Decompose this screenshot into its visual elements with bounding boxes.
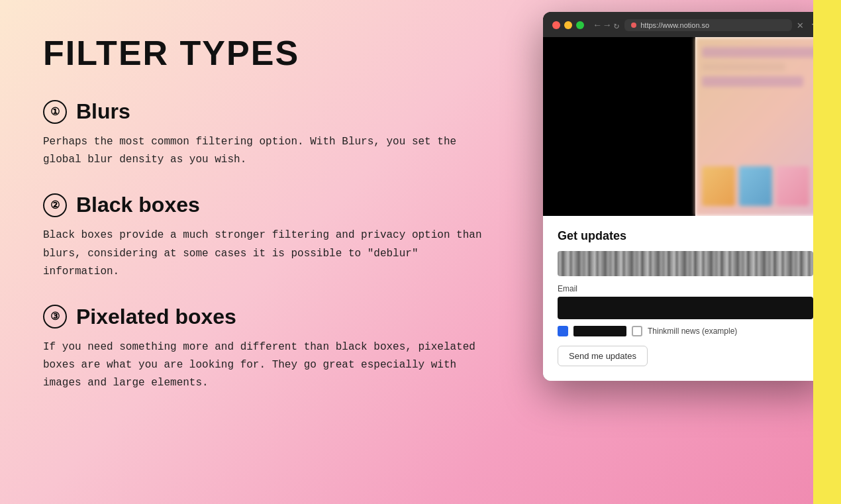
checkbox-row: Thinkmill news (example) [558,326,813,336]
browser-content: Get updates Email Thinkmill news (exampl… [543,37,828,381]
browser-top-area [543,37,828,216]
section-header-black-boxes: ② Black boxes [43,193,500,217]
address-bar[interactable]: https://www.notion.so [624,19,791,31]
section-body-pixelated: If you need something more and different… [43,338,500,393]
section-header-pixelated: ③ Pixelated boxes [43,305,500,329]
color-card-2 [739,166,772,206]
section-header-blurs: ① Blurs [43,99,500,124]
color-card-1 [702,166,735,206]
browser-chrome: ← → ↻ https://www.notion.so ✕ + [543,12,828,37]
browser-form-area: Get updates Email Thinkmill news (exampl… [543,216,828,381]
browser-window: ← → ↻ https://www.notion.so ✕ + [543,12,828,381]
colored-cards [702,166,821,206]
address-security-icon [631,23,636,28]
left-panel: FILTER TYPES ① Blurs Perhaps the most co… [0,0,543,504]
traffic-lights [552,21,584,29]
checkbox-2-unchecked[interactable] [632,326,642,336]
thinkmill-news-label: Thinkmill news (example) [648,327,737,336]
form-title: Get updates [558,229,813,243]
traffic-light-yellow[interactable] [564,21,572,29]
right-side-blurred-content [695,37,828,216]
email-input[interactable] [558,297,813,319]
traffic-light-red[interactable] [552,21,560,29]
blur-stripe-2 [702,63,785,71]
section-blurs: ① Blurs Perhaps the most common filterin… [43,99,500,169]
yellow-accent-strip [813,0,841,504]
section-body-blurs: Perhaps the most common filtering option… [43,133,500,169]
traffic-light-green[interactable] [576,21,584,29]
checkbox-1-label-hidden [573,326,626,336]
browser-nav: ← → ↻ [595,20,619,31]
circle-number-2: ② [43,193,67,217]
nav-refresh-button[interactable]: ↻ [614,20,619,31]
section-title-pixelated: Pixelated boxes [76,305,236,329]
page-title: FILTER TYPES [43,33,500,73]
pixelated-name-field [558,251,813,276]
section-body-black-boxes: Black boxes provide a much stronger filt… [43,227,500,281]
address-text: https://www.notion.so [640,21,709,29]
section-pixelated-boxes: ③ Pixelated boxes If you need something … [43,305,500,393]
section-title-blurs: Blurs [76,99,130,124]
email-label: Email [558,284,813,293]
color-card-3 [776,166,809,206]
tab-close-button[interactable]: ✕ [797,19,804,32]
section-black-boxes: ② Black boxes Black boxes provide a much… [43,193,500,281]
send-updates-button[interactable]: Send me updates [558,346,648,366]
right-panel: ← → ↻ https://www.notion.so ✕ + [543,0,841,504]
checkbox-1-checked[interactable] [558,326,568,336]
circle-number-1: ① [43,100,67,124]
section-title-black-boxes: Black boxes [76,193,200,217]
nav-back-button[interactable]: ← [595,20,600,30]
nav-forward-button[interactable]: → [604,20,609,30]
blur-stripe-3 [702,76,803,87]
dark-image-placeholder [543,37,695,216]
circle-number-3: ③ [43,305,67,328]
blur-stripe-1 [702,47,821,58]
